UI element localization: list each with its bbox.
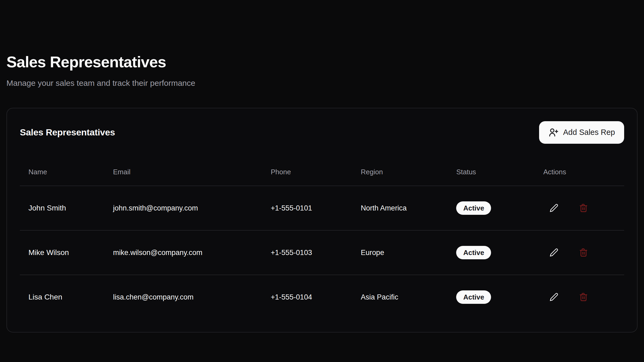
sales-reps-card: Sales Representatives Add Sales Rep Name xyxy=(6,108,638,333)
name-cell: Mike Wilson xyxy=(20,230,104,275)
user-plus-icon xyxy=(548,127,558,138)
status-badge: Active xyxy=(456,201,491,215)
column-header-email: Email xyxy=(104,148,262,186)
column-header-actions: Actions xyxy=(535,148,624,186)
region-cell: North America xyxy=(352,186,448,230)
card-header: Sales Representatives Add Sales Rep xyxy=(20,121,624,144)
trash-icon xyxy=(579,204,588,212)
region-cell: Europe xyxy=(352,230,448,275)
edit-button[interactable] xyxy=(549,292,559,302)
column-header-status: Status xyxy=(448,148,535,186)
page-subtitle: Manage your sales team and track their p… xyxy=(6,78,638,88)
name-cell: John Smith xyxy=(20,186,104,230)
email-cell: mike.wilson@company.com xyxy=(104,230,262,275)
table-row: Lisa Chen lisa.chen@company.com +1-555-0… xyxy=(20,275,624,319)
add-button-label: Add Sales Rep xyxy=(563,128,615,137)
edit-button[interactable] xyxy=(549,247,559,258)
table-header-row: Name Email Phone Region Status Actions xyxy=(20,148,624,186)
actions-cell xyxy=(535,275,624,319)
name-cell: Lisa Chen xyxy=(20,275,104,319)
add-sales-rep-button[interactable]: Add Sales Rep xyxy=(539,121,624,144)
status-badge: Active xyxy=(456,246,491,259)
region-cell: Asia Pacific xyxy=(352,275,448,319)
email-cell: lisa.chen@company.com xyxy=(104,275,262,319)
column-header-phone: Phone xyxy=(262,148,352,186)
delete-button[interactable] xyxy=(578,247,589,258)
email-cell: john.smith@company.com xyxy=(104,186,262,230)
page-title: Sales Representatives xyxy=(6,53,638,71)
column-header-name: Name xyxy=(20,148,104,186)
phone-cell: +1-555-0104 xyxy=(262,275,352,319)
status-badge: Active xyxy=(456,290,491,304)
page: Sales Representatives Manage your sales … xyxy=(0,0,644,333)
card-title: Sales Representatives xyxy=(20,127,115,138)
table-row: John Smith john.smith@company.com +1-555… xyxy=(20,186,624,230)
status-cell: Active xyxy=(448,230,535,275)
pencil-icon xyxy=(550,248,558,257)
sales-reps-table: Name Email Phone Region Status Actions J… xyxy=(20,148,624,319)
delete-button[interactable] xyxy=(578,203,589,213)
delete-button[interactable] xyxy=(578,292,589,302)
phone-cell: +1-555-0103 xyxy=(262,230,352,275)
actions-cell xyxy=(535,186,624,230)
phone-cell: +1-555-0101 xyxy=(262,186,352,230)
table-row: Mike Wilson mike.wilson@company.com +1-5… xyxy=(20,230,624,275)
trash-icon xyxy=(579,248,588,257)
edit-button[interactable] xyxy=(549,203,559,213)
pencil-icon xyxy=(550,204,558,212)
status-cell: Active xyxy=(448,186,535,230)
pencil-icon xyxy=(550,293,558,301)
status-cell: Active xyxy=(448,275,535,319)
column-header-region: Region xyxy=(352,148,448,186)
actions-cell xyxy=(535,230,624,275)
trash-icon xyxy=(579,293,588,301)
